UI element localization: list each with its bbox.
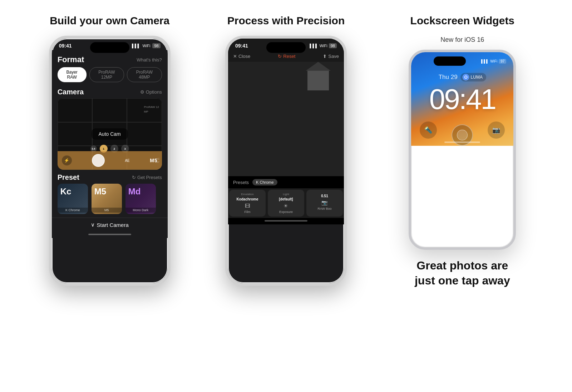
col1-title: Build your own Camera	[50, 14, 169, 27]
phone1-screen: 09:41 ▌▌▌ WiFi 98 Format What's this? Ba…	[52, 39, 168, 238]
x-icon: ✕	[233, 54, 237, 59]
preset-m5-abbr: M5	[94, 187, 106, 197]
reset-btn[interactable]: ↻ Reset	[278, 54, 295, 59]
lockscreen-status-bar: ▌▌▌ WiFi 97	[411, 52, 513, 66]
reset-label: Reset	[283, 54, 295, 59]
raw-title: 0.51	[321, 194, 328, 198]
luma-label: LUMA	[471, 75, 483, 80]
preset-kc-abbr: Kc	[60, 187, 72, 197]
start-camera-btn[interactable]: ∨ Start Camera	[91, 222, 129, 228]
controls-row: Emulation Kodachrome 🎞 Film Light [defau…	[228, 188, 344, 218]
options-btn[interactable]: ⚙ Options	[140, 89, 162, 95]
dynamic-island-3	[434, 56, 466, 66]
luma-widget[interactable]: LUMA	[460, 73, 486, 81]
camera-label: Camera	[58, 88, 84, 96]
signal-icon-2: ▌▌▌	[310, 44, 318, 48]
home-indicator-3	[444, 142, 480, 143]
flashlight-icon: 🔦	[424, 126, 432, 134]
camera-bottom-bar: ⚡ AE M5	[58, 151, 162, 170]
col3-subtitle: New for iOS 16	[440, 36, 484, 44]
preset-kc-name: K Chrome	[58, 208, 88, 213]
photo-structure	[307, 62, 332, 90]
emulation-control[interactable]: Emulation Kodachrome 🎞 Film	[229, 190, 266, 217]
col2-title: Process with Precision	[227, 14, 345, 27]
phone1-content: Format What's this? Bayer RAW ProRAW 12M…	[52, 50, 168, 238]
chevron-icon: ∨	[91, 222, 95, 228]
raw-boost-control[interactable]: 0.51 📷 RAW Boo	[306, 190, 343, 217]
light-control[interactable]: Light [default] ☀ Exposure	[268, 190, 304, 217]
phone1-mockup: 09:41 ▌▌▌ WiFi 98 Format What's this? Ba…	[49, 36, 171, 286]
time-display-2: 09:41	[235, 43, 248, 49]
camera-quick-btn[interactable]: 📷	[488, 121, 505, 139]
dynamic-island-1	[90, 42, 129, 53]
film-icon: 🎞	[245, 203, 250, 209]
grid-cell	[92, 98, 127, 122]
presets-selection-bar: Presets K Chrome	[228, 176, 344, 188]
proraw-12mp-btn[interactable]: ProRAW 12MP	[89, 67, 124, 82]
whats-this-link[interactable]: What's this?	[137, 57, 162, 63]
light-top-label: Light	[283, 193, 289, 196]
battery-icon-2: 98	[329, 43, 337, 48]
close-btn[interactable]: ✕ Close	[233, 54, 250, 59]
camera-icon: 📷	[321, 200, 327, 205]
column-build-camera: Build your own Camera 09:41 ▌▌▌ WiFi 98	[21, 14, 198, 286]
lockscreen-large-time: 09:41	[429, 83, 495, 116]
proraw-48mp-btn[interactable]: ProRAW 48MP	[127, 67, 162, 82]
presets-bar-label: Presets	[233, 180, 249, 185]
signal-icon-3: ▌▌▌	[481, 59, 489, 63]
camera-quick-icon: 📷	[492, 126, 500, 134]
raw-boost-label: RAW Boo	[317, 207, 331, 210]
col3-title: Lockscreen Widgets	[410, 14, 515, 27]
save-btn[interactable]: ⬆ Save	[323, 54, 339, 59]
preset-md-abbr: Md	[128, 187, 141, 197]
phone2-mockup: 09:41 ▌▌▌ WiFi 98 ✕ Close ↻ Reset	[225, 36, 347, 286]
home-indicator-2	[265, 220, 307, 222]
grid-cell	[127, 122, 162, 146]
start-camera-bar[interactable]: ∨ Start Camera	[52, 218, 168, 232]
time-display-1: 09:41	[59, 43, 72, 49]
preset-md-name: Mono Dark	[125, 208, 156, 213]
lockscreen-date: Thu 29	[439, 74, 458, 81]
get-presets-btn[interactable]: ↻ Get Presets	[132, 175, 162, 180]
ae-af-strip: AE AF	[156, 158, 159, 163]
preset-thumbnails-row: Kc K Chrome M5 M5 Md Mono Dark	[52, 184, 168, 218]
get-presets-label: Get Presets	[137, 175, 162, 180]
emulation-top-label: Emulation	[241, 193, 254, 196]
camera-info-strip: ProRAW 12 MP	[144, 105, 159, 113]
lockscreen-bg: ▌▌▌ WiFi 97 Thu 29	[411, 52, 513, 146]
bayer-raw-btn[interactable]: Bayer RAW	[58, 67, 87, 82]
camera-section-header: Camera ⚙ Options	[52, 86, 168, 98]
grid-cell	[58, 98, 92, 122]
structure-body	[307, 71, 329, 90]
ae-button[interactable]: AE	[125, 159, 129, 163]
preset-kchrome[interactable]: Kc K Chrome	[58, 184, 88, 214]
column-lockscreen: Lockscreen Widgets New for iOS 16 ▌▌▌ Wi…	[374, 14, 551, 288]
preset-m5-name: M5	[92, 208, 122, 213]
save-label: Save	[328, 54, 339, 59]
reset-icon: ↻	[278, 54, 282, 59]
home-indicator-1	[88, 234, 131, 235]
light-title: [default]	[279, 197, 293, 202]
start-camera-label: Start Camera	[97, 222, 129, 228]
structure-roof	[306, 62, 331, 71]
flashlight-btn[interactable]: 🔦	[420, 121, 437, 139]
col3-tagline: Great photos are just one tap away	[405, 258, 519, 288]
status-icons-2: ▌▌▌ WiFi 98	[310, 43, 337, 48]
shutter-button[interactable]	[92, 154, 105, 167]
film-label: Film	[244, 210, 250, 214]
luma-icon	[463, 74, 469, 80]
active-preset-badge[interactable]: K Chrome	[252, 179, 277, 185]
battery-icon-3: 97	[499, 59, 506, 64]
exposure-label: Exposure	[279, 210, 293, 214]
lockscreen-date-row: Thu 29 LUMA	[439, 73, 486, 81]
preset-m5[interactable]: M5 M5	[92, 184, 122, 214]
close-label: Close	[238, 54, 250, 59]
status-icons-1: ▌▌▌ WiFi 98	[132, 43, 161, 48]
camera-preview: Auto Cam ProRAW 12 MP 0.5 1 2 3	[58, 98, 162, 170]
preset-mono-dark[interactable]: Md Mono Dark	[125, 184, 156, 214]
preset-label: Preset	[58, 173, 79, 182]
flash-icon[interactable]: ⚡	[62, 155, 72, 165]
sun-icon: ☀	[283, 203, 288, 209]
share-icon: ⬆	[323, 54, 327, 59]
svg-point-1	[465, 76, 467, 78]
